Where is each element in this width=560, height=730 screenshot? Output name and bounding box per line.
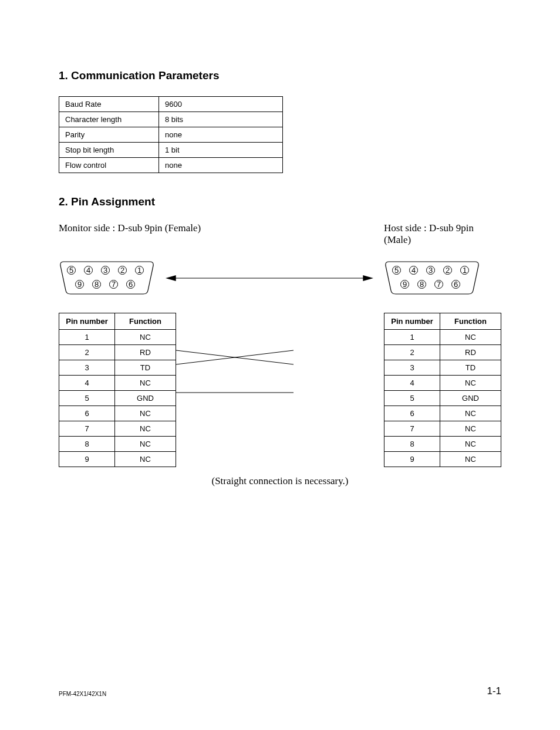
page-footer: PFM-42X1/42X1N 1-1 — [59, 685, 501, 697]
host-side-label: Host side : D-sub 9pin (Male) — [384, 222, 501, 246]
param-label: Flow control — [59, 158, 159, 173]
param-row: Stop bit length1 bit — [59, 143, 283, 158]
pin-number-cell: 3 — [384, 360, 440, 376]
table-header-func: Function — [115, 313, 176, 330]
table-row: 8NC — [59, 437, 176, 452]
section-communication-parameters: 1. Communication Parameters Baud Rate960… — [59, 69, 501, 173]
pin-label: 9 — [400, 280, 409, 289]
monitor-pin-table: Pin number Function 1NC2RD3TD4NC5GND6NC7… — [59, 313, 176, 467]
pin-function-cell: NC — [115, 452, 176, 467]
section-pin-assignment: 2. Pin Assignment Monitor side : D-sub 9… — [59, 195, 501, 487]
pin-label: 1 — [460, 266, 469, 275]
pin-number-cell: 6 — [59, 406, 115, 421]
param-row: Flow controlnone — [59, 158, 283, 173]
pin-function-cell: NC — [115, 406, 176, 421]
pin-function-cell: NC — [115, 437, 176, 452]
monitor-top-pins: 54321 — [67, 266, 144, 275]
pin-function-cell: NC — [440, 330, 501, 345]
pin-function-cell: TD — [440, 360, 501, 376]
param-value: 9600 — [159, 97, 283, 112]
pin-function-cell: NC — [440, 421, 501, 437]
pin-number-cell: 8 — [59, 437, 115, 452]
table-row: 1NC — [59, 330, 176, 345]
param-value: 8 bits — [159, 112, 283, 127]
pin-function-cell: TD — [115, 360, 176, 376]
monitor-bottom-pins: 9876 — [75, 280, 135, 289]
svg-line-4 — [176, 350, 294, 364]
footer-model: PFM-42X1/42X1N — [59, 691, 106, 697]
section-2-title: 2. Pin Assignment — [59, 195, 501, 208]
svg-marker-2 — [363, 275, 373, 281]
connection-arrow — [155, 275, 384, 282]
pin-label: 4 — [84, 266, 93, 275]
pin-label: 7 — [109, 280, 118, 289]
param-label: Character length — [59, 112, 159, 127]
connection-note: (Straight connection is necessary.) — [59, 475, 501, 487]
param-value: none — [159, 158, 283, 173]
pin-function-cell: NC — [440, 437, 501, 452]
cross-connection-lines — [176, 329, 294, 447]
pin-number-cell: 9 — [384, 452, 440, 467]
pin-label: 3 — [101, 266, 110, 275]
table-row: 6NC — [59, 406, 176, 421]
pin-label: 2 — [118, 266, 127, 275]
pin-number-cell: 8 — [384, 437, 440, 452]
pin-label: 9 — [75, 280, 84, 289]
table-header-pin: Pin number — [384, 313, 440, 330]
param-value: none — [159, 127, 283, 143]
table-row: 1NC — [384, 330, 501, 345]
pin-label: 8 — [417, 280, 426, 289]
monitor-connector: 54321 9876 — [59, 260, 155, 296]
pin-label: 8 — [92, 280, 101, 289]
table-row: 9NC — [59, 452, 176, 467]
table-row: 9NC — [384, 452, 501, 467]
pin-label: 2 — [443, 266, 452, 275]
footer-page-number: 1-1 — [487, 685, 501, 697]
pin-number-cell: 3 — [59, 360, 115, 376]
pin-number-cell: 9 — [59, 452, 115, 467]
pin-function-cell: RD — [115, 345, 176, 360]
table-header-pin: Pin number — [59, 313, 115, 330]
pin-number-cell: 1 — [59, 330, 115, 345]
pin-label: 3 — [426, 266, 435, 275]
pin-label: 7 — [434, 280, 443, 289]
monitor-side-label: Monitor side : D-sub 9pin (Female) — [59, 222, 201, 246]
host-bottom-pins: 9876 — [400, 280, 460, 289]
pin-function-cell: NC — [115, 421, 176, 437]
pin-number-cell: 7 — [59, 421, 115, 437]
svg-marker-1 — [166, 275, 176, 281]
pin-function-cell: NC — [440, 376, 501, 391]
table-row: 4NC — [59, 376, 176, 391]
pin-function-cell: GND — [115, 391, 176, 406]
table-row: 3TD — [59, 360, 176, 376]
table-row: 7NC — [384, 421, 501, 437]
pin-function-cell: GND — [440, 391, 501, 406]
svg-line-3 — [176, 350, 294, 364]
pin-number-cell: 2 — [59, 345, 115, 360]
table-row: 8NC — [384, 437, 501, 452]
pin-label: 6 — [126, 280, 135, 289]
pin-tables-row: Pin number Function 1NC2RD3TD4NC5GND6NC7… — [59, 313, 501, 467]
pin-number-cell: 5 — [59, 391, 115, 406]
pin-function-cell: NC — [440, 406, 501, 421]
pin-number-cell: 2 — [384, 345, 440, 360]
pin-label: 5 — [392, 266, 401, 275]
pin-number-cell: 5 — [384, 391, 440, 406]
table-row: 3TD — [384, 360, 501, 376]
pin-label: 6 — [451, 280, 460, 289]
side-labels-row: Monitor side : D-sub 9pin (Female) Host … — [59, 222, 501, 259]
connector-diagram-row: 54321 9876 54321 9876 — [59, 260, 501, 296]
pin-number-cell: 7 — [384, 421, 440, 437]
param-value: 1 bit — [159, 143, 283, 158]
pin-function-cell: NC — [115, 330, 176, 345]
pin-label: 1 — [135, 266, 144, 275]
section-1-title: 1. Communication Parameters — [59, 69, 501, 82]
host-connector: 54321 9876 — [384, 260, 480, 296]
pin-number-cell: 6 — [384, 406, 440, 421]
pin-function-cell: NC — [440, 452, 501, 467]
table-row: 6NC — [384, 406, 501, 421]
param-table: Baud Rate9600Character length8 bitsParit… — [59, 96, 283, 173]
table-row: 2RD — [59, 345, 176, 360]
param-label: Baud Rate — [59, 97, 159, 112]
pin-function-cell: NC — [115, 376, 176, 391]
